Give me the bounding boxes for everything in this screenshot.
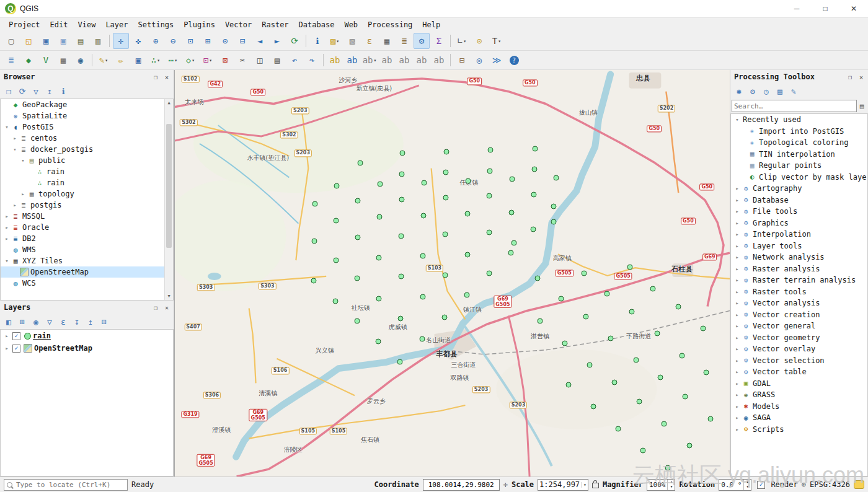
add-polygon-feature-button[interactable]: ◇▾ (182, 52, 198, 68)
expander-icon[interactable]: ▸ (3, 333, 11, 339)
browser-item-oracle[interactable]: ▸≣Oracle (1, 222, 173, 233)
expander-icon[interactable]: ▸ (733, 369, 741, 375)
new-print-layout-button[interactable]: ▤ (73, 33, 89, 49)
expander-icon[interactable]: ▾ (19, 157, 27, 164)
undo-button[interactable]: ↶ (286, 52, 303, 68)
expander-icon[interactable]: ▾ (3, 258, 11, 264)
filter-by-expression-icon[interactable]: ε (57, 315, 69, 328)
layer-diagram-options-button[interactable]: ab (344, 52, 360, 68)
manage-map-themes-icon[interactable]: ◉ (30, 315, 42, 328)
processing-group-layer-tools[interactable]: ▸⚙Layer tools (731, 240, 867, 252)
browser-item-spatialite[interactable]: ❋SpatiaLite (1, 110, 173, 121)
save-layer-edits-button[interactable]: ▣ (130, 52, 146, 68)
expander-icon[interactable]: ▸ (733, 426, 741, 433)
browser-item-postgis[interactable]: ▸≣postgis (1, 200, 173, 211)
processing-group-cartography[interactable]: ▸⚙Cartography (731, 183, 867, 195)
processing-alg-regular-points[interactable]: ▦Regular points (731, 160, 867, 172)
render-checkbox[interactable]: ✓ (757, 481, 765, 489)
messages-icon[interactable] (854, 480, 864, 489)
deselect-features-button[interactable]: ▧ (344, 33, 360, 49)
scroll-up-icon[interactable]: ▲ (165, 99, 173, 107)
expander-icon[interactable]: ▸ (733, 346, 741, 352)
expander-icon[interactable]: ▸ (733, 380, 741, 387)
expander-icon[interactable]: ▸ (733, 185, 741, 191)
expander-icon[interactable]: ▸ (3, 235, 11, 242)
change-label-properties-button[interactable]: ab (431, 52, 447, 68)
menu-database[interactable]: Database (294, 19, 340, 30)
expander-icon[interactable]: ▸ (733, 300, 741, 306)
browser-item-rain[interactable]: ∴rain (1, 166, 173, 177)
processing-group-vector-selection[interactable]: ▸⚙Vector selection (731, 355, 867, 367)
expander-icon[interactable]: ▸ (733, 220, 741, 226)
browser-refresh-icon[interactable]: ⟳ (16, 85, 29, 97)
zoom-in-button[interactable]: ⊕ (148, 33, 164, 49)
zoom-last-button[interactable]: ◄ (252, 33, 268, 49)
processing-history-icon[interactable]: ◷ (760, 85, 773, 97)
add-raster-layer-button[interactable]: ▦ (55, 52, 71, 68)
processing-group-saga[interactable]: ▸◉SAGA (731, 412, 867, 424)
float-panel-icon[interactable]: ❐ (151, 74, 160, 81)
layer-labeling-options-button[interactable]: ab (327, 52, 343, 68)
save-project-as-button[interactable]: ▣ (55, 33, 71, 49)
menu-view[interactable]: View (73, 19, 100, 30)
expander-icon[interactable]: ▸ (733, 277, 741, 283)
expander-icon[interactable]: ▸ (733, 289, 741, 295)
browser-item-geopackage[interactable]: ◆GeoPackage (1, 99, 173, 110)
expander-icon[interactable]: ▸ (733, 312, 741, 318)
menu-settings[interactable]: Settings (133, 19, 179, 30)
browser-item-docker-postgis[interactable]: ▾≣docker_postgis (1, 144, 173, 155)
layout-manager-button[interactable]: ▥ (90, 33, 106, 49)
browser-filter-icon[interactable]: ▽ (30, 85, 42, 97)
scroll-thumb[interactable] (166, 124, 172, 248)
help-contents-button[interactable]: ? (506, 52, 522, 68)
browser-item-wcs[interactable]: ◍WCS (1, 278, 173, 289)
menu-plugins[interactable]: Plugins (179, 19, 220, 30)
extents-icon[interactable]: ✛ (503, 480, 508, 489)
search-options-icon[interactable]: ▤ (857, 102, 867, 110)
add-line-feature-button[interactable]: ⋯▾ (165, 52, 181, 68)
processing-alg-import-into-postgis[interactable]: ✳Import into PostGIS (731, 126, 867, 138)
toggle-editing-button[interactable]: ✏ (113, 52, 129, 68)
db-manager-button[interactable]: ⊟ (454, 52, 470, 68)
menu-web[interactable]: Web (339, 19, 363, 30)
zoom-to-layer-button[interactable]: ⊟ (234, 33, 250, 49)
expander-icon[interactable]: ▸ (733, 197, 741, 203)
new-geopackage-layer-button[interactable]: ◆ (20, 52, 37, 68)
spin-down-icon[interactable]: ▼ (668, 485, 675, 490)
processing-search-input[interactable] (732, 100, 857, 112)
expander-icon[interactable]: ▸ (11, 202, 19, 208)
browser-scrollbar[interactable]: ▲ ▼ (164, 99, 173, 300)
processing-group-raster-tools[interactable]: ▸⚙Raster tools (731, 286, 867, 298)
browser-properties-icon[interactable]: ℹ (57, 85, 69, 97)
browser-item-wms[interactable]: ◍WMS (1, 244, 173, 255)
text-annotation-button[interactable]: T▾ (489, 33, 505, 49)
expander-icon[interactable]: ▸ (733, 415, 741, 421)
expander-icon[interactable]: ▾ (733, 116, 741, 123)
expander-icon[interactable]: ▸ (733, 266, 741, 272)
layer-item-openstreetmap[interactable]: ▸✓OpenStreetMap (1, 342, 173, 354)
processing-group-raster-terrain-analysis[interactable]: ▸⚙Raster terrain analysis (731, 275, 867, 286)
lock-scale-icon[interactable] (592, 483, 599, 488)
menu-edit[interactable]: Edit (45, 19, 73, 30)
float-panel-icon[interactable]: ❐ (846, 74, 854, 81)
rotate-label-button[interactable]: ab (414, 52, 430, 68)
browser-item-topology[interactable]: ▸▦topology (1, 188, 173, 200)
processing-group-database[interactable]: ▸⚙Database (731, 195, 867, 206)
new-project-button[interactable]: ▢ (3, 33, 19, 49)
processing-group-vector-table[interactable]: ▸⚙Vector table (731, 366, 867, 378)
expander-icon[interactable]: ▾ (3, 124, 11, 130)
close-button[interactable]: ✕ (839, 0, 868, 17)
open-layer-styling-icon[interactable]: ◧ (2, 315, 15, 328)
browser-item-db2[interactable]: ▸≣DB2 (1, 233, 173, 244)
move-label-button[interactable]: ab (396, 52, 412, 68)
expander-icon[interactable]: ▸ (733, 403, 741, 410)
add-group-icon[interactable]: ⊞ (16, 315, 29, 328)
browser-item-rain[interactable]: ∴rain (1, 177, 173, 188)
python-console-button[interactable]: ≫ (489, 52, 505, 68)
close-panel-icon[interactable]: ✕ (857, 74, 866, 81)
processing-group-graphics[interactable]: ▸⚙Graphics (731, 217, 867, 229)
zoom-next-button[interactable]: ► (269, 33, 285, 49)
current-edits-button[interactable]: ✎▾ (95, 52, 112, 68)
spin-down-icon[interactable]: ▼ (744, 485, 751, 490)
processing-group-interpolation[interactable]: ▸⚙Interpolation (731, 229, 867, 240)
